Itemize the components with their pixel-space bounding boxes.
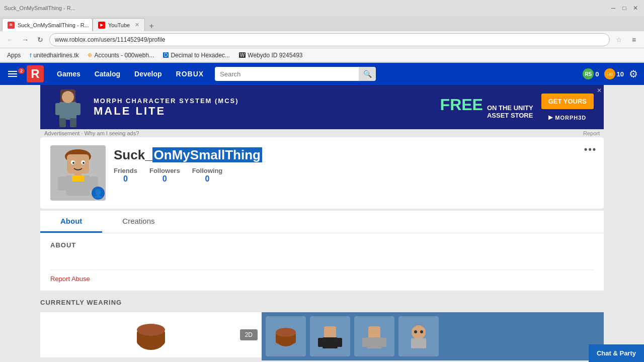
roblox-navbar: 2 R Games Catalog Develop ROBUX 🔍 RS 0 🎫… [0,63,644,85]
ad-meta-text: Advertisement · Why am I seeing ads? [44,130,139,136]
about-content [50,255,594,270]
minimize-button[interactable]: ─ [609,4,618,13]
ad-title-small: MORPH CHARACTER SYSTEM (MCS) [94,97,432,105]
ad-banner: MORPH CHARACTER SYSTEM (MCS) MALE LITE F… [40,85,604,129]
wearing-item-1[interactable] [266,316,306,356]
roblox-logo: R [27,65,44,82]
svg-rect-4 [59,118,66,127]
new-tab-button[interactable]: + [145,21,158,31]
profile-more-button[interactable]: ••• [584,144,597,155]
settings-gear-icon[interactable]: ⚙ [629,68,638,80]
roblox-favicon: R [8,22,15,29]
svg-rect-1 [59,102,76,120]
svg-point-11 [72,162,74,164]
svg-point-12 [83,162,85,164]
friends-label: Friends [114,167,137,174]
profile-username: Suck_OnMySmallThing [114,147,594,163]
wearing-item-4[interactable] [398,316,439,356]
bookmark-star-button[interactable]: ☆ [613,34,625,46]
nav-develop-link[interactable]: Develop [127,63,169,85]
tickets-icon: 🎫 [604,68,615,79]
nav-robux-link[interactable]: ROBUX [169,63,211,85]
bookmark-unitedhairlines[interactable]: f unitedhairlines.tk [27,51,82,60]
youtube-favicon: ▶ [98,22,105,29]
svg-rect-32 [381,338,386,347]
report-abuse-link[interactable]: Report Abuse [50,270,594,283]
ad-report-link[interactable]: Report [583,130,600,136]
tab-youtube[interactable]: ▶ YouTube ✕ [93,18,145,31]
address-bar[interactable]: www.roblox.com/users/111452949/profile [49,33,610,46]
svg-rect-3 [74,103,80,115]
ad-close-button[interactable]: ✕ [597,87,602,94]
wearing-item-3[interactable] [354,316,394,356]
item-1-svg [271,321,301,351]
add-friend-icon: 👤 [93,189,103,198]
ad-meta-bar: Advertisement · Why am I seeing ads? Rep… [40,129,604,137]
profile-stats: Friends 0 Followers 0 Following 0 [114,167,594,184]
wearing-hair-preview [131,315,171,355]
tab-creations[interactable]: Creations [102,211,175,233]
friends-stat[interactable]: Friends 0 [114,167,137,184]
wearing-item-2[interactable] [310,316,350,356]
title-bar: Suck_OnMySmallThing - R... ─ □ ✕ [0,0,644,16]
svg-rect-25 [323,337,338,348]
notification-badge: 2 [18,68,25,74]
bookmark-decimal-icon: D [163,52,169,58]
bookmark-decimal-label: Decimal to Hexadec... [171,52,229,59]
browser-settings-button[interactable]: ≡ [628,34,640,46]
close-button[interactable]: ✕ [631,4,640,13]
robux-amount: 0 [595,70,599,78]
ad-text-section: MORPH CHARACTER SYSTEM (MCS) MALE LITE [86,97,440,118]
following-stat[interactable]: Following 0 [192,167,223,184]
wearing-items-grid [262,312,604,360]
maximize-button[interactable]: □ [620,4,629,13]
tab-about[interactable]: About [40,211,102,233]
hamburger-menu-button[interactable] [6,69,19,79]
ad-free-section: FREE ON THE UNITYASSET STORE [440,96,533,119]
bookmark-decimal[interactable]: D Decimal to Hexadec... [160,51,233,60]
nav-right-section: RS 0 🎫 10 ⚙ [583,68,638,80]
nav-catalog-link[interactable]: Catalog [88,63,127,85]
nav-games-link[interactable]: Games [50,63,88,85]
svg-rect-2 [55,103,61,115]
ad-play-icon: ▶ [548,114,553,121]
wearing-2d-toggle[interactable]: 2D [240,329,258,340]
currently-wearing-section: CURRENTLY WEARING 2D [40,293,604,360]
svg-point-28 [325,327,335,337]
ad-get-yours-button[interactable]: GET YOURS [541,94,594,109]
add-friend-button[interactable]: 👤 [92,187,105,200]
item-2-svg [315,321,345,351]
followers-stat[interactable]: Followers 0 [149,167,180,184]
tab-youtube-title: YouTube [108,22,130,28]
forward-button[interactable]: → [19,34,31,46]
bookmark-accounts[interactable]: ⊕ Accounts - 000webh... [85,51,157,60]
ad-title-big: MALE LITE [94,105,432,118]
about-title: ABOUT [50,241,594,249]
username-highlight: OnMySmallThing [152,147,262,162]
ad-character-image [50,87,86,127]
svg-rect-8 [67,154,89,173]
bookmark-apps[interactable]: Apps [4,51,24,60]
svg-rect-37 [411,338,426,348]
svg-rect-26 [318,338,323,347]
back-button[interactable]: ← [4,34,16,46]
svg-point-20 [137,324,165,336]
profile-tabs: About Creations [40,211,604,233]
svg-rect-16 [58,176,66,191]
svg-point-23 [276,328,296,337]
search-button[interactable]: 🔍 [359,67,376,81]
about-section: ABOUT Report Abuse [40,233,604,291]
profile-card: 👤 Suck_OnMySmallThing Friends 0 Follower… [40,137,604,209]
bookmark-accounts-label: Accounts - 000webh... [94,52,154,59]
hamburger-menu-container: 2 [6,68,25,80]
bookmark-webydo-icon: W [239,52,246,58]
tab-youtube-close[interactable]: ✕ [135,22,139,28]
ad-container-outer: MORPH CHARACTER SYSTEM (MCS) MALE LITE F… [0,85,644,137]
tab-roblox[interactable]: R Suck_OnMySmallThing - R... ✕ [2,18,93,31]
chat-party-button[interactable]: Chat & Party [589,344,644,362]
svg-rect-5 [70,118,76,127]
search-input[interactable] [215,67,359,81]
wearing-content: 2D [40,312,604,360]
bookmark-webydo[interactable]: W Webydo ID 9245493 [236,51,306,60]
refresh-button[interactable]: ↻ [34,34,46,46]
